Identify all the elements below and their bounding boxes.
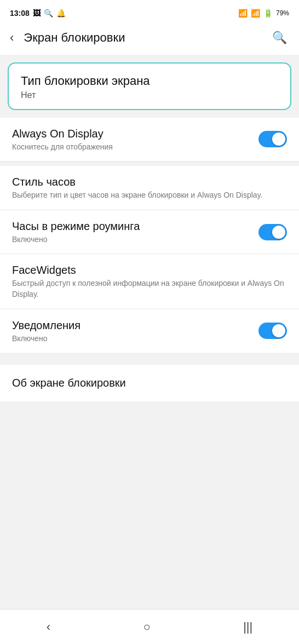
- search-button[interactable]: 🔍: [270, 28, 289, 47]
- bottom-nav: ‹ ○ |||: [0, 609, 299, 644]
- time-display: 13:08: [10, 9, 30, 18]
- battery-icon: 🔋: [263, 9, 273, 18]
- lock-type-card[interactable]: Тип блокировки экрана Нет: [8, 62, 291, 110]
- always-on-display-text: Always On Display Коснитесь для отображе…: [12, 127, 252, 153]
- lock-type-title: Тип блокировки экрана: [21, 73, 278, 89]
- notifications-title: Уведомления: [12, 318, 252, 332]
- face-widgets-text: FaceWidgets Быстрый доступ к полезной ин…: [12, 263, 287, 300]
- battery-percent: 79%: [276, 9, 289, 17]
- photo-icon: 🖼: [33, 9, 41, 18]
- settings-content: Тип блокировки экрана Нет Always On Disp…: [0, 55, 299, 609]
- status-indicators: 📶 📶 🔋 79%: [238, 9, 289, 18]
- top-bar: ‹ Экран блокировки 🔍: [0, 24, 299, 55]
- notifications-text: Уведомления Включено: [12, 318, 252, 344]
- roaming-clock-title: Часы в режиме роуминга: [12, 219, 252, 233]
- notifications-desc: Включено: [12, 334, 252, 344]
- nav-home-button[interactable]: ○: [127, 614, 166, 640]
- roaming-clock-row[interactable]: Часы в режиме роуминга Включено: [0, 210, 299, 255]
- always-on-display-row[interactable]: Always On Display Коснитесь для отображе…: [0, 118, 299, 162]
- always-on-display-title: Always On Display: [12, 127, 252, 141]
- lock-type-subtitle: Нет: [21, 90, 278, 100]
- search-status-icon: 🔍: [44, 9, 53, 18]
- roaming-clock-toggle[interactable]: [258, 224, 287, 240]
- about-section: Об экране блокировки: [0, 365, 299, 401]
- roaming-clock-desc: Включено: [12, 234, 252, 245]
- face-widgets-row[interactable]: FaceWidgets Быстрый доступ к полезной ин…: [0, 254, 299, 309]
- section-divider: [0, 162, 299, 166]
- about-row[interactable]: Об экране блокировки: [0, 365, 299, 401]
- about-title: Об экране блокировки: [12, 377, 126, 389]
- roaming-clock-text: Часы в режиме роуминга Включено: [12, 219, 252, 245]
- signal-icon: 📶: [251, 9, 260, 18]
- face-widgets-desc: Быстрый доступ к полезной информации на …: [12, 278, 287, 300]
- face-widgets-title: FaceWidgets: [12, 263, 287, 277]
- always-on-display-desc: Коснитесь для отображения: [12, 142, 252, 153]
- status-bar: 13:08 🖼 🔍 🔔 📶 📶 🔋 79%: [0, 0, 299, 24]
- dnd-icon: 🔔: [56, 9, 66, 18]
- about-section-divider: [0, 360, 299, 365]
- page-title: Экран блокировки: [24, 31, 264, 45]
- status-time: 13:08 🖼 🔍 🔔: [10, 9, 66, 18]
- nav-back-button[interactable]: ‹: [30, 614, 67, 640]
- clock-style-title: Стиль часов: [12, 175, 287, 189]
- settings-section: Always On Display Коснитесь для отображе…: [0, 118, 299, 353]
- notifications-toggle[interactable]: [258, 323, 287, 339]
- clock-style-text: Стиль часов Выберите тип и цвет часов на…: [12, 175, 287, 201]
- clock-style-desc: Выберите тип и цвет часов на экране блок…: [12, 190, 287, 201]
- clock-style-row[interactable]: Стиль часов Выберите тип и цвет часов на…: [0, 166, 299, 210]
- nav-recent-button[interactable]: |||: [227, 614, 269, 640]
- notifications-row[interactable]: Уведомления Включено: [0, 309, 299, 353]
- always-on-display-toggle[interactable]: [258, 131, 287, 147]
- back-button[interactable]: ‹: [5, 28, 18, 47]
- wifi-icon: 📶: [238, 9, 248, 18]
